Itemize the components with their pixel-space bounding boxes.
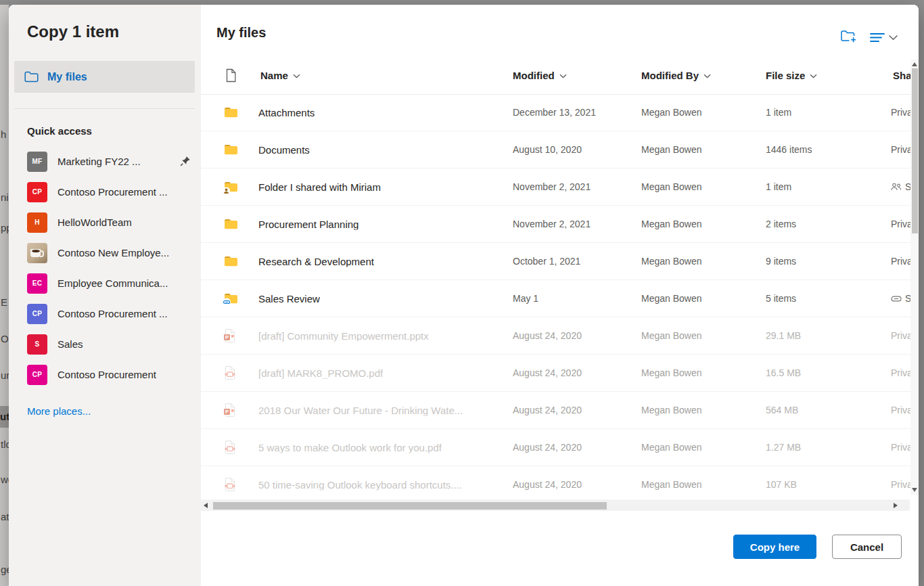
more-places-link[interactable]: More places... — [27, 405, 91, 417]
file-size: 5 items — [766, 293, 796, 304]
sidebar-divider — [14, 108, 195, 109]
shared-folder-icon — [224, 181, 238, 193]
quick-access-item[interactable]: CPContoso Procurement ... — [9, 177, 201, 207]
dialog-sidebar: Copy 1 item My files Quick access MFMark… — [9, 5, 201, 586]
modified-by: Megan Bowen — [641, 442, 702, 453]
vertical-scrollbar-thumb[interactable] — [912, 68, 918, 233]
link-shared-badge-icon — [223, 298, 231, 307]
scroll-right-arrow[interactable] — [894, 503, 898, 508]
table-row[interactable]: Procurement PlanningNovember 2, 2021Mega… — [201, 206, 910, 243]
quick-access-item[interactable]: MFMarketing FY22 ... — [9, 146, 201, 177]
file-size: 9 items — [766, 256, 796, 267]
modified-date: August 10, 2020 — [513, 144, 582, 155]
scroll-up-arrow[interactable] — [912, 62, 917, 66]
background-page-edge: hnirppEONuruttloweatge — [0, 5, 9, 586]
column-header-modified[interactable]: Modified — [513, 70, 567, 81]
quick-access-item[interactable]: Contoso New Employe... — [9, 238, 201, 268]
modified-by: Megan Bowen — [641, 330, 702, 341]
modified-by: Megan Bowen — [641, 144, 702, 155]
modified-date: August 24, 2020 — [513, 405, 582, 415]
sharing-status: Shared — [891, 181, 910, 192]
modified-by: Megan Bowen — [641, 367, 702, 378]
sharing-status: Shared — [891, 293, 910, 304]
file-size: 564 MB — [766, 405, 798, 415]
file-name: Documents — [258, 144, 310, 156]
powerpoint-file-icon: P — [224, 329, 236, 343]
sharing-status: Private — [891, 107, 910, 118]
pdf-file-icon — [224, 478, 236, 492]
sidebar-item-my-files[interactable]: My files — [14, 61, 195, 93]
table-row[interactable]: Research & DevelopmentOctober 1, 2021Meg… — [201, 243, 910, 280]
link-shared-folder-icon — [224, 293, 238, 305]
table-row: P2018 Our Water Our Future - Drinking Wa… — [201, 392, 910, 429]
sharing-status: Private — [891, 479, 910, 490]
background-text-fragment: pp — [1, 222, 9, 233]
sidebar-item-label: My files — [47, 71, 87, 83]
quick-access-item[interactable]: SSales — [9, 329, 201, 359]
quick-access-list: MFMarketing FY22 ...CPContoso Procuremen… — [9, 146, 201, 390]
column-header-sharing[interactable]: Sharing — [893, 70, 910, 81]
copy-here-button[interactable]: Copy here — [733, 535, 816, 559]
modified-date: August 24, 2020 — [513, 442, 582, 453]
modified-by: Megan Bowen — [641, 479, 702, 490]
quick-access-item-label: Contoso Procurement ... — [57, 186, 168, 198]
file-size: 1 item — [766, 107, 791, 118]
pdf-file-icon — [224, 366, 236, 380]
column-header-modified-by[interactable]: Modified By — [641, 70, 711, 81]
horizontal-scrollbar-thumb[interactable] — [213, 502, 607, 510]
table-row[interactable]: Folder I shared with MiriamNovember 2, 2… — [201, 168, 910, 206]
background-text-fragment: tlo — [1, 438, 9, 450]
background-text-fragment: at — [1, 511, 9, 522]
modified-date: October 1, 2021 — [513, 256, 580, 267]
folder-icon — [224, 144, 238, 156]
file-size: 1 item — [766, 181, 791, 192]
file-name: Research & Development — [258, 256, 374, 267]
quick-access-item-label: Contoso Procurement — [57, 369, 156, 380]
vertical-scrollbar[interactable] — [910, 60, 919, 495]
modified-date: May 1 — [513, 293, 538, 304]
table-row[interactable]: Sales ReviewMay 1Megan Bowen5 itemsShare… — [201, 280, 910, 317]
modified-by: Megan Bowen — [641, 107, 702, 118]
modified-by: Megan Bowen — [641, 405, 702, 415]
quick-access-item-label: Contoso New Employe... — [57, 247, 169, 258]
table-row[interactable]: DocumentsAugust 10, 2020Megan Bowen1446 … — [201, 131, 910, 168]
shared-people-icon — [891, 183, 902, 191]
quick-access-item-label: Sales — [57, 338, 83, 350]
quick-access-item[interactable]: ECEmployee Communica... — [9, 268, 201, 298]
file-size: 16.5 MB — [766, 367, 801, 378]
file-name: Folder I shared with Miriam — [258, 181, 381, 193]
quick-access-item[interactable]: CPContoso Procurement ... — [9, 298, 201, 329]
background-text-fragment: we — [1, 474, 9, 485]
column-header-name[interactable]: Name — [260, 70, 300, 81]
site-initials-tile: H — [27, 212, 47, 233]
scroll-left-arrow[interactable] — [204, 503, 208, 508]
modified-date: August 24, 2020 — [513, 479, 582, 490]
table-row: [draft] MARK8_PROMO.pdfAugust 24, 2020Me… — [201, 355, 910, 392]
quick-access-item[interactable]: CPContoso Procurement — [9, 359, 201, 390]
site-initials-tile: CP — [27, 304, 47, 324]
column-header-file-size[interactable]: File size — [766, 70, 817, 81]
sharing-status: Private — [891, 144, 910, 155]
modified-by: Megan Bowen — [641, 181, 702, 192]
table-header: Name Modified Modified By File size Shar… — [201, 60, 910, 95]
pin-icon — [179, 155, 191, 170]
background-text-fragment: ut — [0, 406, 9, 428]
sharing-status: Private — [891, 256, 910, 267]
file-size: 29.1 MB — [766, 330, 801, 341]
table-row[interactable]: AttachmentsDecember 13, 2021Megan Bowen1… — [201, 94, 910, 131]
sharing-status: Private — [891, 367, 910, 378]
horizontal-scrollbar[interactable] — [201, 499, 910, 511]
folder-icon — [224, 256, 238, 267]
dialog-main-panel: My files — [201, 5, 919, 586]
quick-access-item-label: Marketing FY22 ... — [57, 156, 141, 167]
modified-by: Megan Bowen — [641, 219, 702, 229]
cancel-button[interactable]: Cancel — [832, 535, 902, 559]
scroll-down-arrow[interactable] — [912, 488, 917, 492]
background-text-fragment: h — [1, 129, 6, 140]
background-text-fragment: ge — [1, 564, 9, 575]
sharing-status: Private — [891, 219, 910, 229]
quick-access-item-label: Employee Communica... — [57, 277, 168, 289]
quick-access-heading: Quick access — [27, 125, 92, 137]
quick-access-item[interactable]: HHelloWorldTeam — [9, 207, 201, 238]
file-type-column-icon[interactable] — [225, 68, 237, 85]
